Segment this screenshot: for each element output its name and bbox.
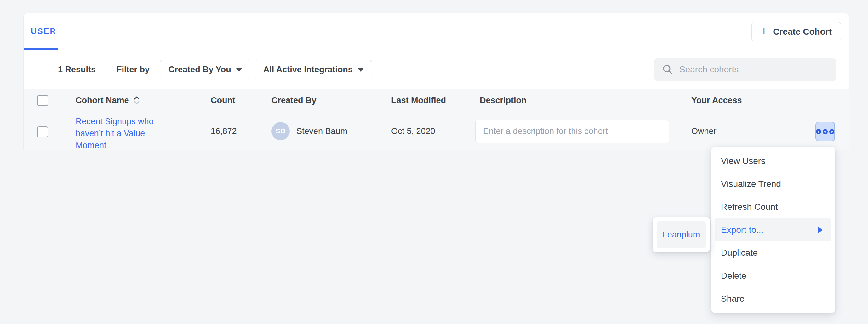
- menu-item-view-users[interactable]: View Users: [711, 149, 835, 172]
- tab-user-label: USER: [31, 27, 56, 36]
- divider: [106, 64, 106, 75]
- search-box: [654, 58, 836, 81]
- cohorts-card: USER + Create Cohort 1 Results Filter by…: [23, 12, 849, 150]
- filter-by-label: Filter by: [117, 65, 150, 75]
- integrations-dropdown-value: All Active Integrations: [263, 65, 353, 75]
- menu-item-duplicate[interactable]: Duplicate: [711, 241, 835, 264]
- created-by-dropdown[interactable]: Created By You: [160, 60, 250, 79]
- column-header-created-by: Created By: [272, 96, 316, 105]
- menu-item-refresh-count[interactable]: Refresh Count: [711, 195, 835, 218]
- active-tab-underline: [24, 48, 58, 50]
- more-icon: [829, 129, 834, 134]
- menu-item-visualize-trend[interactable]: Visualize Trend: [711, 172, 835, 195]
- export-submenu: Leanplum: [653, 217, 710, 252]
- integrations-dropdown[interactable]: All Active Integrations: [255, 60, 372, 79]
- select-all-checkbox[interactable]: [37, 95, 48, 106]
- cohort-name-link[interactable]: Recent Signups who haven’t hit a Value M…: [75, 115, 157, 151]
- submenu-arrow-icon: [818, 226, 823, 233]
- cohort-count: 16,872: [211, 127, 237, 136]
- create-cohort-label: Create Cohort: [773, 27, 832, 37]
- description-input[interactable]: [475, 119, 669, 143]
- more-icon: [816, 129, 821, 134]
- column-header-count: Count: [211, 96, 235, 105]
- results-count: 1 Results: [58, 65, 96, 75]
- column-header-description: Description: [480, 96, 527, 105]
- cohort-name-header-label: Cohort Name: [75, 96, 129, 105]
- filter-bar: 1 Results Filter by Created By You All A…: [24, 50, 849, 89]
- caret-down-icon: [236, 68, 242, 72]
- row-actions-menu: View Users Visualize Trend Refresh Count…: [711, 147, 835, 313]
- caret-down-icon: [358, 68, 364, 72]
- created-by-dropdown-value: Created By You: [168, 65, 231, 75]
- create-cohort-button[interactable]: + Create Cohort: [751, 22, 841, 41]
- column-header-last-modified: Last Modified: [391, 96, 446, 105]
- cohort-name-line: haven’t hit a Value: [75, 128, 157, 139]
- table-row: Recent Signups who haven’t hit a Value M…: [24, 112, 849, 150]
- page-background: { "tabs": { "user_label": "USER" }, "too…: [0, 0, 868, 324]
- created-by-name: Steven Baum: [297, 127, 347, 136]
- menu-item-share[interactable]: Share: [711, 287, 835, 310]
- avatar-initials: SB: [276, 127, 286, 135]
- tab-user[interactable]: USER: [31, 13, 56, 50]
- menu-item-export-to[interactable]: Export to...: [715, 218, 831, 241]
- tab-bar: USER + Create Cohort: [24, 13, 849, 50]
- table-header-row: Cohort Name Count Created By Last Modifi…: [24, 89, 849, 112]
- search-input[interactable]: [679, 65, 828, 75]
- sort-icon: [133, 95, 141, 105]
- more-icon: [823, 129, 828, 134]
- submenu-item-leanplum[interactable]: Leanplum: [657, 221, 706, 248]
- row-actions-button[interactable]: [815, 122, 835, 141]
- menu-item-export-label: Export to...: [721, 225, 764, 235]
- cohort-name-line: Moment: [75, 139, 157, 151]
- column-header-your-access: Your Access: [691, 96, 742, 105]
- access-level: Owner: [691, 127, 716, 136]
- avatar: SB: [272, 122, 290, 140]
- column-header-cohort-name[interactable]: Cohort Name: [75, 95, 141, 105]
- last-modified-date: Oct 5, 2020: [391, 127, 435, 136]
- plus-icon: +: [761, 26, 767, 37]
- search-icon: [662, 64, 673, 75]
- row-checkbox[interactable]: [37, 127, 48, 138]
- cohort-name-line: Recent Signups who: [75, 115, 157, 128]
- menu-item-delete[interactable]: Delete: [711, 264, 835, 287]
